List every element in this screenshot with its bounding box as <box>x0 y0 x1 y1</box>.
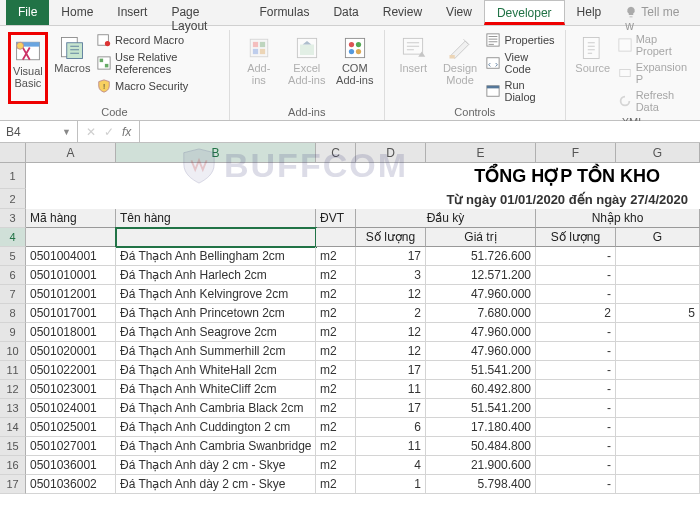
cell[interactable]: Đá Thạch Anh Cambria Swanbridge 2cm <box>116 437 316 456</box>
cell[interactable]: m2 <box>316 418 356 437</box>
cell[interactable]: - <box>536 342 616 361</box>
cell[interactable]: 0501017001 <box>26 304 116 323</box>
cell[interactable]: 1 <box>356 475 426 494</box>
cell[interactable]: 47.960.000 <box>426 285 536 304</box>
run-dialog-button[interactable]: Run Dialog <box>486 78 556 104</box>
tab-developer[interactable]: Developer <box>484 0 565 25</box>
row-header[interactable]: 12 <box>0 380 26 399</box>
cell[interactable]: 3 <box>356 266 426 285</box>
cell[interactable]: 12 <box>356 342 426 361</box>
cell[interactable]: 0501020001 <box>26 342 116 361</box>
tab-home[interactable]: Home <box>49 0 105 25</box>
cell[interactable]: 12.571.200 <box>426 266 536 285</box>
cell[interactable]: 0501036001 <box>26 456 116 475</box>
cancel-icon[interactable]: ✕ <box>86 125 96 139</box>
cell[interactable]: Đá Thạch Anh Harlech 2cm <box>116 266 316 285</box>
row-header[interactable]: 17 <box>0 475 26 494</box>
cell[interactable]: - <box>536 266 616 285</box>
view-code-button[interactable]: View Code <box>486 50 556 76</box>
cell[interactable]: 17 <box>356 399 426 418</box>
tab-help[interactable]: Help <box>565 0 614 25</box>
cell[interactable]: m2 <box>316 380 356 399</box>
cell[interactable]: 51.541.200 <box>426 399 536 418</box>
cell[interactable]: Mã hàng <box>26 209 116 228</box>
cell[interactable] <box>26 228 116 247</box>
cell[interactable]: ĐVT <box>316 209 356 228</box>
cell[interactable]: 0501024001 <box>26 399 116 418</box>
cell[interactable]: 7.680.000 <box>426 304 536 323</box>
cell[interactable]: - <box>536 285 616 304</box>
select-all-corner[interactable] <box>0 143 26 163</box>
cell[interactable]: - <box>536 361 616 380</box>
cell[interactable]: - <box>536 456 616 475</box>
insert-control-button[interactable]: Insert <box>393 32 434 104</box>
cell[interactable] <box>616 266 700 285</box>
properties-button[interactable]: Properties <box>486 32 556 48</box>
cell[interactable]: 0501010001 <box>26 266 116 285</box>
row-header[interactable]: 5 <box>0 247 26 266</box>
cell[interactable]: 2 <box>536 304 616 323</box>
cell[interactable]: Đá Thạch Anh Cambria Black 2cm <box>116 399 316 418</box>
sheet-title[interactable]: TỔNG HỢP TỒN KHO <box>26 163 700 189</box>
macros-button[interactable]: Macros <box>54 32 91 104</box>
row-header[interactable]: 4 <box>0 228 26 247</box>
cell[interactable] <box>616 456 700 475</box>
row-header[interactable]: 8 <box>0 304 26 323</box>
cell[interactable]: m2 <box>316 285 356 304</box>
cell[interactable]: Đá Thạch Anh WhiteCliff 2cm <box>116 380 316 399</box>
tab-data[interactable]: Data <box>321 0 370 25</box>
cell[interactable] <box>616 247 700 266</box>
row-header[interactable]: 7 <box>0 285 26 304</box>
row-header[interactable]: 15 <box>0 437 26 456</box>
row-header[interactable]: 10 <box>0 342 26 361</box>
cell[interactable]: - <box>536 380 616 399</box>
cell[interactable]: m2 <box>316 304 356 323</box>
cell[interactable]: Đầu kỳ <box>356 209 536 228</box>
row-header[interactable]: 14 <box>0 418 26 437</box>
sheet-subtitle[interactable]: Từ ngày 01/01/2020 đến ngày 27/4/2020 <box>26 189 700 209</box>
cell[interactable]: 47.960.000 <box>426 323 536 342</box>
cell[interactable]: Số lượng <box>356 228 426 247</box>
cell[interactable] <box>616 342 700 361</box>
cell[interactable]: 5.798.400 <box>426 475 536 494</box>
cell[interactable]: 5 <box>616 304 700 323</box>
cell[interactable]: - <box>536 437 616 456</box>
col-header-a[interactable]: A <box>26 143 116 163</box>
col-header-e[interactable]: E <box>426 143 536 163</box>
expansion-packs-button[interactable]: Expansion P <box>618 60 692 86</box>
cell[interactable]: m2 <box>316 342 356 361</box>
row-header[interactable]: 1 <box>0 163 26 189</box>
cell[interactable] <box>616 285 700 304</box>
col-header-g[interactable]: G <box>616 143 700 163</box>
cell[interactable]: 0501025001 <box>26 418 116 437</box>
cell[interactable] <box>616 399 700 418</box>
cell[interactable]: 60.492.800 <box>426 380 536 399</box>
cell[interactable]: Đá Thạch Anh Kelvingrove 2cm <box>116 285 316 304</box>
com-addins-button[interactable]: COM Add-ins <box>334 32 376 104</box>
cell[interactable]: m2 <box>316 456 356 475</box>
cell[interactable]: 11 <box>356 437 426 456</box>
row-header[interactable]: 9 <box>0 323 26 342</box>
row-header[interactable]: 3 <box>0 209 26 228</box>
tab-page-layout[interactable]: Page Layout <box>159 0 247 25</box>
cell[interactable]: 0501018001 <box>26 323 116 342</box>
cell[interactable]: - <box>536 418 616 437</box>
cell[interactable] <box>616 437 700 456</box>
cell[interactable]: 50.484.800 <box>426 437 536 456</box>
cell[interactable]: Đá Thạch Anh Summerhill 2cm <box>116 342 316 361</box>
cell[interactable]: m2 <box>316 266 356 285</box>
selected-cell[interactable] <box>116 228 316 247</box>
cell[interactable]: m2 <box>316 323 356 342</box>
cell[interactable]: Đá Thạch Anh Bellingham 2cm <box>116 247 316 266</box>
cell[interactable]: 0501012001 <box>26 285 116 304</box>
row-header[interactable]: 11 <box>0 361 26 380</box>
fx-icon[interactable]: fx <box>122 125 131 139</box>
xml-source-button[interactable]: Source <box>574 32 612 114</box>
formula-input[interactable] <box>140 121 700 142</box>
refresh-data-button[interactable]: Refresh Data <box>618 88 692 114</box>
cell[interactable]: - <box>536 323 616 342</box>
row-header[interactable]: 16 <box>0 456 26 475</box>
cell[interactable]: m2 <box>316 437 356 456</box>
cell[interactable]: 12 <box>356 323 426 342</box>
cell[interactable]: Tên hàng <box>116 209 316 228</box>
